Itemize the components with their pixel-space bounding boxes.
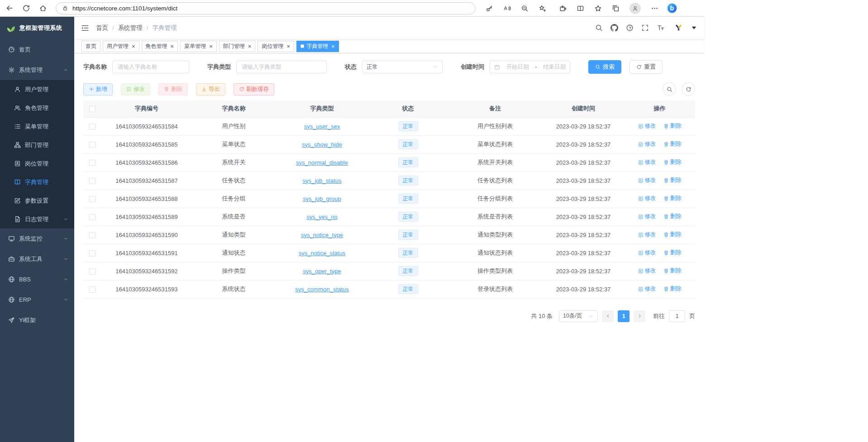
dict-type-link[interactable]: sys_oper_type bbox=[303, 268, 341, 275]
favorites-add-icon[interactable] bbox=[539, 5, 546, 12]
more-menu-icon[interactable] bbox=[651, 5, 658, 12]
search-button[interactable]: 搜索 bbox=[588, 60, 621, 74]
prev-page-button[interactable] bbox=[602, 310, 614, 322]
key-icon[interactable] bbox=[486, 5, 493, 12]
user-avatar-logo[interactable] bbox=[675, 24, 682, 32]
row-checkbox[interactable] bbox=[89, 124, 95, 130]
bing-icon[interactable]: b bbox=[667, 3, 677, 13]
next-page-button[interactable] bbox=[634, 310, 645, 322]
dict-type-link[interactable]: sys_common_status bbox=[295, 286, 349, 293]
edit-button[interactable]: 修改 bbox=[121, 83, 150, 95]
url-text[interactable]: https://ccnetcore.com:1101/system/dict bbox=[72, 5, 177, 12]
row-delete-button[interactable]: 删除 bbox=[663, 158, 682, 166]
current-page-button[interactable]: 1 bbox=[618, 310, 630, 322]
zoom-out-icon[interactable] bbox=[521, 5, 529, 12]
page-size-select[interactable]: 10条/页 bbox=[559, 310, 598, 322]
reset-button[interactable]: 重置 bbox=[630, 60, 663, 74]
dict-type-link[interactable]: sys_yes_no bbox=[306, 214, 338, 220]
back-icon[interactable] bbox=[5, 4, 14, 12]
sidebar-item-system[interactable]: 系统管理 bbox=[0, 60, 74, 80]
row-delete-button[interactable]: 删除 bbox=[663, 176, 682, 184]
row-delete-button[interactable]: 删除 bbox=[663, 140, 682, 148]
reload-icon[interactable] bbox=[22, 4, 30, 12]
github-icon[interactable] bbox=[610, 24, 618, 32]
dict-type-link[interactable]: sys_job_status bbox=[303, 177, 342, 184]
read-aloud-icon[interactable]: A bbox=[503, 5, 511, 12]
row-edit-button[interactable]: 修改 bbox=[638, 195, 656, 202]
end-date-placeholder[interactable]: 结束日期 bbox=[543, 63, 566, 71]
sidebar-item-dict[interactable]: 字典管理 bbox=[0, 173, 74, 191]
sidebar-item-log[interactable]: 日志管理 bbox=[0, 210, 74, 228]
sidebar-item-dept[interactable]: 部门管理 bbox=[0, 136, 74, 154]
sidebar-item-config[interactable]: 参数设置 bbox=[0, 191, 74, 210]
date-range-picker[interactable]: 开始日期 - 结束日期 bbox=[490, 61, 570, 73]
tab-dict[interactable]: 字典管理× bbox=[296, 41, 339, 52]
dict-type-link[interactable]: sys_notice_type bbox=[301, 232, 343, 238]
sidebar-item-monitor[interactable]: 系统监控 bbox=[0, 228, 74, 249]
row-edit-button[interactable]: 修改 bbox=[638, 176, 656, 184]
delete-button[interactable]: 删除 bbox=[158, 83, 188, 95]
help-icon[interactable]: ? bbox=[626, 24, 634, 32]
row-delete-button[interactable]: 删除 bbox=[663, 249, 682, 257]
tab-post[interactable]: 岗位管理× bbox=[258, 41, 294, 52]
sidebar-item-erp[interactable]: ERP bbox=[0, 290, 74, 310]
row-edit-button[interactable]: 修改 bbox=[638, 140, 656, 148]
row-checkbox[interactable] bbox=[89, 250, 95, 257]
favorites-icon[interactable] bbox=[594, 5, 602, 12]
fullscreen-icon[interactable] bbox=[641, 24, 649, 32]
tab-home[interactable]: 首页 bbox=[81, 41, 100, 52]
row-edit-button[interactable]: 修改 bbox=[638, 122, 656, 130]
search-icon[interactable] bbox=[595, 24, 603, 32]
tab-close-icon[interactable]: × bbox=[209, 43, 213, 49]
split-screen-icon[interactable] bbox=[577, 5, 584, 12]
goto-page-input[interactable] bbox=[669, 310, 685, 322]
row-checkbox[interactable] bbox=[89, 178, 95, 184]
refresh-cache-button[interactable]: 刷新缓存 bbox=[234, 83, 274, 95]
row-checkbox[interactable] bbox=[89, 160, 95, 166]
tab-close-icon[interactable]: × bbox=[331, 43, 335, 49]
font-size-icon[interactable] bbox=[657, 24, 664, 32]
tab-close-icon[interactable]: × bbox=[248, 43, 252, 49]
sidebar-item-post[interactable]: 岗位管理 bbox=[0, 154, 74, 173]
sidebar-item-user[interactable]: 用户管理 bbox=[0, 80, 74, 99]
row-delete-button[interactable]: 删除 bbox=[663, 267, 682, 275]
row-checkbox[interactable] bbox=[89, 286, 95, 293]
tab-close-icon[interactable]: × bbox=[132, 43, 135, 49]
dict-type-link[interactable]: sys_normal_disable bbox=[296, 159, 348, 166]
breadcrumb-home[interactable]: 首页 bbox=[96, 24, 108, 32]
row-edit-button[interactable]: 修改 bbox=[638, 249, 656, 257]
hamburger-icon[interactable] bbox=[74, 24, 96, 32]
dict-type-link[interactable]: sys_job_group bbox=[303, 195, 341, 202]
tab-close-icon[interactable]: × bbox=[286, 43, 290, 49]
toggle-search-button[interactable] bbox=[663, 82, 676, 96]
dict-type-link[interactable]: sys_notice_status bbox=[299, 250, 345, 257]
row-edit-button[interactable]: 修改 bbox=[638, 231, 656, 238]
row-checkbox[interactable] bbox=[89, 214, 95, 220]
breadcrumb-system[interactable]: 系统管理 bbox=[118, 24, 143, 32]
dict-type-link[interactable]: sys_show_hide bbox=[302, 141, 342, 148]
extensions-icon[interactable] bbox=[559, 5, 567, 12]
tab-role[interactable]: 角色管理× bbox=[142, 41, 178, 52]
start-date-placeholder[interactable]: 开始日期 bbox=[506, 63, 529, 71]
row-checkbox[interactable] bbox=[89, 268, 95, 275]
sidebar-item-bbs[interactable]: BBS bbox=[0, 269, 74, 290]
row-delete-button[interactable]: 删除 bbox=[663, 122, 682, 130]
profile-avatar[interactable] bbox=[630, 3, 641, 14]
row-checkbox[interactable] bbox=[89, 196, 95, 202]
dict-type-input[interactable] bbox=[236, 61, 327, 73]
row-delete-button[interactable]: 删除 bbox=[663, 213, 682, 220]
tab-menu[interactable]: 菜单管理× bbox=[180, 41, 217, 52]
row-delete-button[interactable]: 删除 bbox=[663, 195, 682, 202]
row-edit-button[interactable]: 修改 bbox=[638, 158, 656, 166]
address-bar[interactable]: https://ccnetcore.com:1101/system/dict bbox=[56, 2, 476, 14]
sidebar-item-role[interactable]: 角色管理 bbox=[0, 99, 74, 117]
row-edit-button[interactable]: 修改 bbox=[638, 213, 656, 220]
collections-icon[interactable] bbox=[612, 5, 620, 12]
select-all-checkbox[interactable] bbox=[89, 106, 95, 112]
caret-down-icon[interactable] bbox=[690, 24, 698, 32]
refresh-table-button[interactable] bbox=[682, 82, 695, 96]
tab-close-icon[interactable]: × bbox=[171, 43, 174, 49]
sidebar-item-yi[interactable]: Yi框架 bbox=[0, 310, 74, 330]
add-button[interactable]: 新增 bbox=[83, 83, 113, 95]
home-icon[interactable] bbox=[39, 4, 47, 12]
